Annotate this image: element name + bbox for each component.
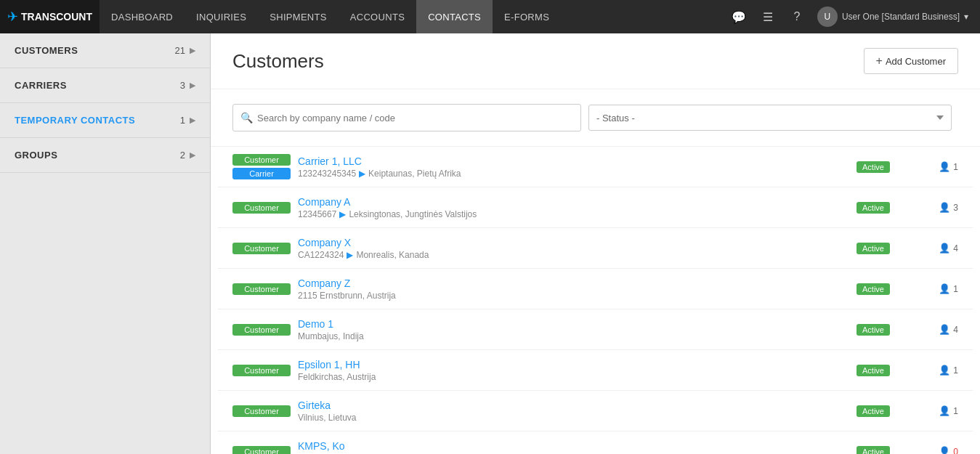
contacts-col: 👤 4 — [915, 243, 958, 254]
nav-item-contacts[interactable]: CONTACTS — [416, 0, 493, 33]
arrow-icon: ▶ — [339, 209, 346, 219]
table-row[interactable]: Customer Demo 1 Mumbajus, Indija Active … — [218, 309, 973, 350]
badges-col: Customer Carrier — [232, 154, 291, 179]
contacts-count: 1 — [953, 162, 958, 172]
contacts-col: 👤 1 — [915, 161, 958, 172]
contacts-col: 👤 1 — [915, 405, 958, 416]
user-menu[interactable]: U User One [Standard Business] ▾ — [813, 7, 973, 27]
customer-location: Monrealis, Kanada — [356, 250, 429, 260]
nav-item-shipments[interactable]: SHIPMENTS — [258, 0, 339, 33]
badge-carrier: Carrier — [232, 168, 291, 179]
badge-customer: Customer — [232, 202, 291, 214]
customer-list: Customer Carrier Carrier 1, LLC 12324324… — [211, 147, 980, 454]
person-icon: 👤 — [939, 405, 950, 416]
badge-customer: Customer — [232, 324, 291, 336]
arrow-icon: ▶ — [347, 250, 353, 260]
status-badge: Active — [857, 446, 890, 454]
person-icon: 👤 — [939, 243, 950, 254]
status-badge: Active — [857, 202, 890, 214]
contacts-count: 1 — [953, 284, 958, 294]
user-avatar: U — [817, 7, 838, 27]
customer-location: Vilnius, Lietuva — [298, 413, 357, 423]
add-customer-plus-icon: + — [876, 54, 883, 68]
contacts-count: 1 — [953, 365, 958, 376]
logo-text: TRANSCOUNT — [21, 11, 92, 23]
add-customer-button[interactable]: + Add Customer — [864, 48, 958, 74]
sidebar-groups-count: 2 ▶ — [180, 150, 195, 161]
status-col: Active — [857, 405, 915, 416]
person-icon: 👤 — [939, 365, 950, 376]
customer-name: Carrier 1, LLC — [298, 155, 857, 167]
sidebar-customers-count: 21 ▶ — [175, 45, 195, 56]
badges-col: Customer — [232, 243, 291, 254]
customer-details: 2115 Ernstbrunn, Austrija — [298, 291, 857, 301]
sidebar-groups-label: GROUPS — [15, 150, 57, 161]
search-wrap: 🔍 — [232, 104, 581, 131]
customer-location: Leksingtonas, Jungtinės Valstijos — [349, 209, 477, 219]
table-row[interactable]: Customer Epsilon 1, HH Feldkirchas, Aust… — [218, 350, 973, 391]
sidebar-temporary-count: 1 ▶ — [180, 115, 195, 126]
contacts-count: 0 — [953, 447, 958, 455]
badges-col: Customer — [232, 202, 291, 214]
customer-details: Mumbajus, Indija — [298, 331, 857, 341]
table-row[interactable]: Customer Girteka Vilnius, Lietuva Active… — [218, 391, 973, 431]
status-badge: Active — [857, 365, 890, 376]
badges-col: Customer — [232, 283, 291, 295]
table-row[interactable]: Customer Company Z 2115 Ernstbrunn, Aust… — [218, 269, 973, 309]
contacts-count: 3 — [953, 203, 958, 213]
table-row[interactable]: Customer KMPS, Ko 2423441534 ▶ Ryga, Lat… — [218, 431, 973, 454]
page-header: Customers + Add Customer — [211, 33, 980, 89]
sidebar-customers-label: CUSTOMERS — [15, 45, 78, 56]
table-row[interactable]: Customer Company A 12345667 ▶ Leksington… — [218, 187, 973, 228]
chat-icon-button[interactable]: 💬 — [726, 4, 752, 30]
list-icon-button[interactable]: ☰ — [755, 4, 781, 30]
person-icon: 👤 — [939, 446, 950, 454]
groups-chevron: ▶ — [190, 150, 195, 160]
contacts-col: 👤 4 — [915, 324, 958, 335]
search-bar: 🔍 - Status - Active Inactive — [211, 89, 980, 147]
status-col: Active — [857, 324, 915, 335]
customer-info: Company X CA1224324 ▶ Monrealis, Kanada — [291, 237, 857, 260]
customer-details: 12345667 ▶ Leksingtonas, Jungtinės Valst… — [298, 209, 857, 219]
customer-info: Company Z 2115 Ernstbrunn, Austrija — [291, 277, 857, 301]
customer-name: Girteka — [298, 400, 857, 411]
nav-item-inquiries[interactable]: INQUIRIES — [185, 0, 258, 33]
table-row[interactable]: Customer Company X CA1224324 ▶ Monrealis… — [218, 228, 973, 269]
customer-code: CA1224324 — [298, 250, 344, 260]
page-title: Customers — [232, 50, 324, 73]
carriers-count-value: 3 — [180, 80, 185, 91]
sidebar-item-groups[interactable]: GROUPS 2 ▶ — [0, 138, 210, 173]
customer-details: CA1224324 ▶ Monrealis, Kanada — [298, 250, 857, 260]
nav-item-dashboard[interactable]: DASHBOARD — [100, 0, 185, 33]
nav-item-eforms[interactable]: E-FORMS — [493, 0, 561, 33]
customer-name: Demo 1 — [298, 318, 857, 330]
status-filter[interactable]: - Status - Active Inactive — [588, 105, 952, 131]
sidebar-item-temporary-contacts[interactable]: TEMPORARY CONTACTS 1 ▶ — [0, 103, 210, 138]
status-col: Active — [857, 446, 915, 454]
customer-name: Company X — [298, 237, 857, 248]
sidebar-item-customers[interactable]: CUSTOMERS 21 ▶ — [0, 33, 210, 68]
customers-chevron: ▶ — [190, 46, 195, 55]
person-icon: 👤 — [939, 324, 950, 335]
table-row[interactable]: Customer Carrier Carrier 1, LLC 12324324… — [218, 147, 973, 187]
contacts-col: 👤 3 — [915, 202, 958, 213]
main-content: Customers + Add Customer 🔍 - Status - Ac… — [211, 33, 980, 454]
sidebar-item-carriers[interactable]: CARRIERS 3 ▶ — [0, 68, 210, 103]
customer-name: KMPS, Ko — [298, 440, 857, 452]
person-icon: 👤 — [939, 161, 950, 172]
groups-count-value: 2 — [180, 150, 185, 161]
temporary-count-value: 1 — [180, 115, 185, 126]
help-icon-button[interactable]: ? — [784, 4, 810, 30]
top-navigation: ✈ TRANSCOUNT DASHBOARD INQUIRIES SHIPMEN… — [0, 0, 980, 33]
contacts-col: 👤 1 — [915, 365, 958, 376]
customer-code: 123243245345 — [298, 169, 356, 179]
badge-customer: Customer — [232, 154, 291, 166]
logo[interactable]: ✈ TRANSCOUNT — [0, 0, 100, 33]
contacts-count: 1 — [953, 406, 958, 416]
search-input[interactable] — [257, 105, 573, 131]
customer-name: Epsilon 1, HH — [298, 359, 857, 370]
nav-item-accounts[interactable]: ACCOUNTS — [339, 0, 416, 33]
logo-icon: ✈ — [7, 9, 18, 25]
status-badge: Active — [857, 283, 890, 295]
main-layout: CUSTOMERS 21 ▶ CARRIERS 3 ▶ TEMPORARY CO… — [0, 33, 980, 454]
